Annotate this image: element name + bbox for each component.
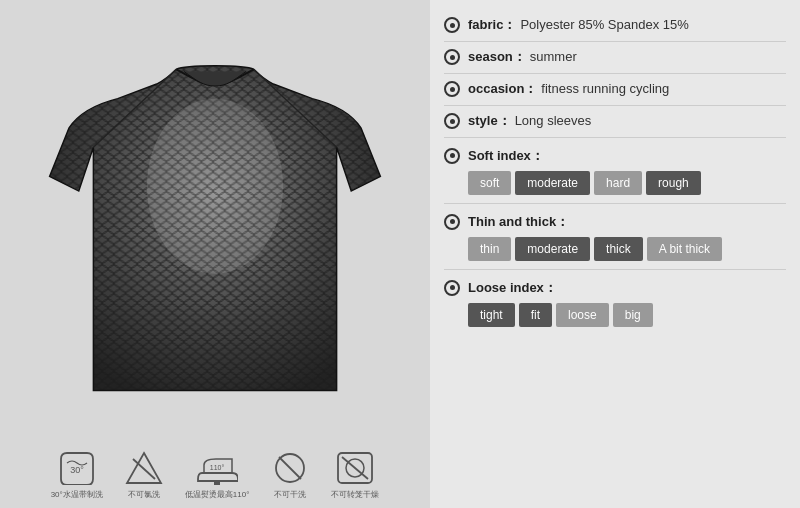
- care-wash: 30° 30°水温带制洗: [51, 450, 103, 500]
- thin-thick-buttons: thin moderate thick A bit thick: [468, 237, 786, 261]
- fabric-label: fabric：: [468, 17, 516, 34]
- iron-label: 低温熨烫最高110°: [185, 490, 250, 500]
- loose-btn-loose[interactable]: loose: [556, 303, 609, 327]
- soft-index-title-row: Soft index：: [444, 143, 786, 165]
- svg-text:110°: 110°: [210, 464, 225, 471]
- fabric-row: fabric： Polyester 85% Spandex 15%: [444, 10, 786, 42]
- svg-rect-16: [214, 481, 220, 485]
- soft-btn-rough[interactable]: rough: [646, 171, 701, 195]
- dryclean-label: 不可干洗: [274, 490, 306, 500]
- bullet-soft: [444, 148, 460, 164]
- bullet-season: [444, 49, 460, 65]
- loose-index-title: Loose index：: [468, 279, 557, 297]
- thin-thick-title: Thin and thick：: [468, 213, 569, 231]
- soft-btn-moderate[interactable]: moderate: [515, 171, 590, 195]
- bleach-label: 不可氯洗: [128, 490, 160, 500]
- dryclean-icon: [269, 450, 311, 486]
- right-panel: fabric： Polyester 85% Spandex 15% season…: [430, 0, 800, 508]
- loose-btn-big[interactable]: big: [613, 303, 653, 327]
- left-panel: 30° 30°水温带制洗 不可氯洗 110°: [0, 0, 430, 508]
- loose-btn-fit[interactable]: fit: [519, 303, 552, 327]
- thin-btn-abitthick[interactable]: A bit thick: [647, 237, 722, 261]
- tumble-label: 不可转笼干燥: [331, 490, 379, 500]
- bullet-occasion: [444, 81, 460, 97]
- wash-icon: 30°: [56, 450, 98, 486]
- occasion-row: occasion： fitness running cycling: [444, 74, 786, 106]
- soft-index-section: Soft index： soft moderate hard rough: [444, 138, 786, 204]
- bullet-thin-thick: [444, 214, 460, 230]
- season-label: season：: [468, 49, 526, 66]
- season-value: summer: [530, 49, 577, 66]
- tumble-icon: [334, 450, 376, 486]
- bullet-style: [444, 113, 460, 129]
- loose-index-buttons: tight fit loose big: [468, 303, 786, 327]
- soft-index-title: Soft index：: [468, 147, 544, 165]
- wash-label: 30°水温带制洗: [51, 490, 103, 500]
- occasion-label: occasion：: [468, 81, 537, 98]
- loose-btn-tight[interactable]: tight: [468, 303, 515, 327]
- soft-index-buttons: soft moderate hard rough: [468, 171, 786, 195]
- care-bleach: 不可氯洗: [123, 450, 165, 500]
- svg-line-18: [279, 457, 301, 479]
- season-row: season： summer: [444, 42, 786, 74]
- thin-btn-thick[interactable]: thick: [594, 237, 643, 261]
- bullet-loose: [444, 280, 460, 296]
- bleach-icon: [123, 450, 165, 486]
- soft-btn-soft[interactable]: soft: [468, 171, 511, 195]
- thin-btn-moderate[interactable]: moderate: [515, 237, 590, 261]
- loose-index-title-row: Loose index：: [444, 275, 786, 297]
- svg-text:30°: 30°: [70, 465, 84, 475]
- thin-thick-title-row: Thin and thick：: [444, 209, 786, 231]
- fabric-value: Polyester 85% Spandex 15%: [520, 17, 688, 34]
- loose-index-section: Loose index： tight fit loose big: [444, 270, 786, 335]
- shirt-svg: [45, 50, 385, 410]
- care-iron: 110° 低温熨烫最高110°: [185, 450, 250, 500]
- shirt-image-area: [0, 10, 430, 450]
- style-value: Long sleeves: [515, 113, 592, 130]
- soft-btn-hard[interactable]: hard: [594, 171, 642, 195]
- bullet-fabric: [444, 17, 460, 33]
- style-row: style： Long sleeves: [444, 106, 786, 138]
- iron-icon: 110°: [196, 450, 238, 486]
- thin-btn-thin[interactable]: thin: [468, 237, 511, 261]
- occasion-value: fitness running cycling: [541, 81, 669, 98]
- care-dryclean: 不可干洗: [269, 450, 311, 500]
- thin-thick-section: Thin and thick： thin moderate thick A bi…: [444, 204, 786, 270]
- svg-line-14: [133, 459, 155, 479]
- care-icons-row: 30° 30°水温带制洗 不可氯洗 110°: [0, 450, 430, 500]
- style-label: style：: [468, 113, 511, 130]
- care-tumble: 不可转笼干燥: [331, 450, 379, 500]
